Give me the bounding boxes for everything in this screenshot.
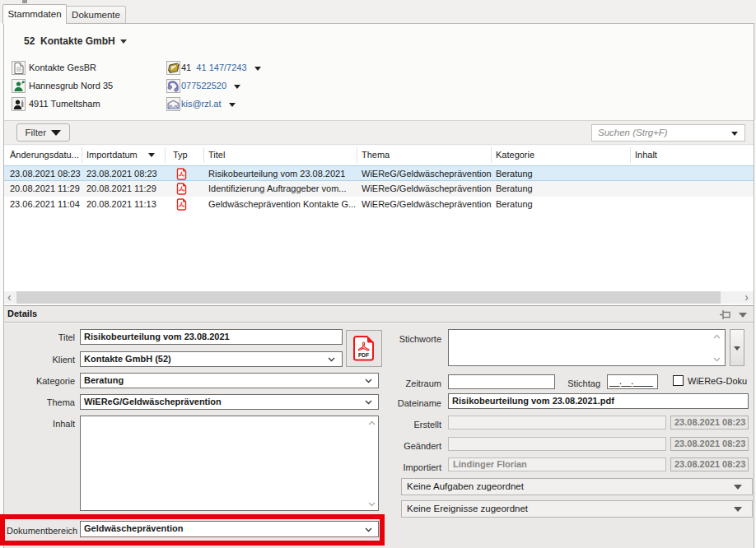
svg-text:PDF: PDF	[358, 352, 369, 358]
